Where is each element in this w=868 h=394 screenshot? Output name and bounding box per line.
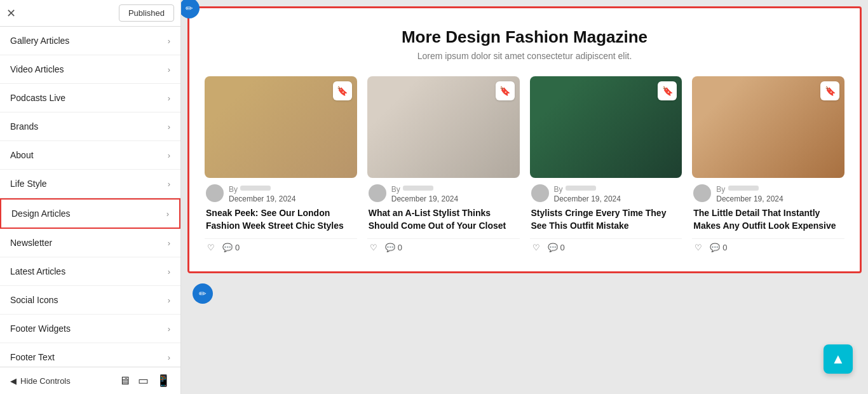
article-card-2: 🔖 By December 19, 2024 What an A-List St… bbox=[367, 76, 520, 256]
article-meta: By December 19, 2024 bbox=[205, 183, 357, 203]
sidebar-item-label: Podcasts Live bbox=[10, 93, 65, 103]
article-actions: ♡ 💬 0 bbox=[367, 238, 520, 256]
sidebar-item-latest-articles[interactable]: Latest Articles › bbox=[0, 257, 180, 286]
comment-icon: 💬 bbox=[710, 243, 720, 252]
sidebar-item-life-style[interactable]: Life Style › bbox=[0, 170, 180, 198]
article-card-3: 🔖 By December 19, 2024 Stylists Cringe E… bbox=[530, 76, 682, 256]
section-subtitle: Lorem ipsum dolor sit amet consectetur a… bbox=[205, 51, 844, 61]
author-name-placeholder bbox=[566, 186, 596, 191]
sidebar-item-footer-widgets[interactable]: Footer Widgets › bbox=[0, 315, 180, 343]
comment-count: 0 bbox=[398, 243, 402, 252]
comment-icon: 💬 bbox=[222, 243, 233, 252]
main-content: ✏ More Design Fashion Magazine Lorem ips… bbox=[181, 0, 868, 394]
sidebar-item-video-articles[interactable]: Video Articles › bbox=[0, 55, 180, 84]
bottom-pencil-icon: ✏ bbox=[199, 289, 207, 299]
scroll-top-button[interactable]: ▲ bbox=[824, 344, 853, 374]
comment-count: 0 bbox=[235, 243, 240, 252]
close-button[interactable]: ✕ bbox=[6, 6, 16, 20]
avatar bbox=[531, 184, 549, 202]
bookmark-button[interactable]: 🔖 bbox=[658, 81, 677, 100]
article-meta: By December 19, 2024 bbox=[367, 183, 520, 203]
chevron-icon: › bbox=[168, 296, 170, 305]
meta-info: By December 19, 2024 bbox=[554, 183, 621, 203]
meta-info: By December 19, 2024 bbox=[391, 183, 458, 203]
author-name-placeholder bbox=[728, 186, 759, 191]
meta-info: By December 19, 2024 bbox=[229, 183, 295, 203]
sidebar-item-newsletter[interactable]: Newsletter › bbox=[0, 229, 180, 257]
article-actions: ♡ 💬 0 bbox=[205, 238, 357, 256]
article-date: December 19, 2024 bbox=[554, 194, 621, 203]
bottom-indicator: ✏ bbox=[187, 283, 862, 304]
chevron-icon: › bbox=[168, 267, 170, 276]
chevron-icon: › bbox=[168, 65, 170, 74]
hide-controls-button[interactable]: ◀ Hide Controls bbox=[10, 376, 71, 386]
articles-grid: 🔖 By December 19, 2024 Sneak Peek: See O… bbox=[205, 76, 844, 256]
article-image: 🔖 bbox=[367, 76, 520, 178]
sidebar-item-label: Life Style bbox=[10, 179, 47, 189]
sidebar-item-podcasts-live[interactable]: Podcasts Live › bbox=[0, 84, 180, 112]
comment-count: 0 bbox=[722, 243, 727, 252]
article-image: 🔖 bbox=[530, 76, 682, 178]
sidebar-footer: ◀ Hide Controls 🖥 ▭ 📱 bbox=[0, 367, 180, 394]
sidebar: ✕ Published Gallery Articles › Video Art… bbox=[0, 0, 181, 394]
article-title: Stylists Cringe Every Time They See This… bbox=[530, 207, 682, 232]
preview-box: ✏ More Design Fashion Magazine Lorem ips… bbox=[187, 6, 862, 273]
article-card-4: 🔖 By December 19, 2024 The Little Detail… bbox=[692, 76, 844, 256]
chevron-icon: › bbox=[168, 238, 170, 248]
by-author: By bbox=[554, 183, 621, 194]
chevron-icon: › bbox=[168, 324, 170, 334]
edit-icon-button[interactable]: ✏ bbox=[181, 0, 200, 18]
like-button[interactable]: ♡ bbox=[207, 243, 215, 252]
pencil-icon: ✏ bbox=[186, 3, 193, 13]
sidebar-item-label: Social Icons bbox=[10, 295, 58, 305]
monitor-icon-button[interactable]: 🖥 bbox=[119, 374, 130, 388]
arrow-left-icon: ◀ bbox=[10, 376, 17, 386]
sidebar-item-label: Latest Articles bbox=[10, 266, 65, 276]
sidebar-item-brands[interactable]: Brands › bbox=[0, 112, 180, 141]
sidebar-item-footer-text[interactable]: Footer Text › bbox=[0, 343, 180, 367]
sidebar-item-social-icons[interactable]: Social Icons › bbox=[0, 286, 180, 315]
sidebar-item-about[interactable]: About › bbox=[0, 141, 180, 170]
bottom-edit-icon[interactable]: ✏ bbox=[193, 283, 213, 304]
article-meta: By December 19, 2024 bbox=[692, 183, 844, 203]
sidebar-item-design-articles[interactable]: Design Articles › bbox=[0, 198, 180, 229]
tablet-icon-button[interactable]: ▭ bbox=[138, 374, 149, 388]
like-button[interactable]: ♡ bbox=[695, 243, 702, 252]
author-name-placeholder bbox=[240, 186, 271, 191]
meta-info: By December 19, 2024 bbox=[716, 183, 783, 203]
article-image: 🔖 bbox=[692, 76, 844, 178]
avatar bbox=[693, 184, 711, 202]
article-date: December 19, 2024 bbox=[716, 194, 783, 203]
comment-count: 0 bbox=[560, 243, 565, 252]
sidebar-item-label: Footer Text bbox=[10, 352, 55, 362]
avatar bbox=[369, 184, 386, 202]
comment-button[interactable]: 💬 0 bbox=[385, 243, 402, 252]
comment-button[interactable]: 💬 0 bbox=[222, 243, 240, 252]
by-author: By bbox=[391, 183, 458, 194]
bookmark-button[interactable]: 🔖 bbox=[496, 81, 515, 100]
article-card-1: 🔖 By December 19, 2024 Sneak Peek: See O… bbox=[205, 76, 357, 256]
article-actions: ♡ 💬 0 bbox=[530, 238, 682, 256]
published-button[interactable]: Published bbox=[119, 4, 174, 22]
hide-controls-label: Hide Controls bbox=[20, 376, 71, 386]
sidebar-item-label: Design Articles bbox=[11, 208, 71, 219]
by-author: By bbox=[716, 183, 783, 194]
comment-icon: 💬 bbox=[385, 243, 395, 252]
like-button[interactable]: ♡ bbox=[370, 243, 377, 252]
sidebar-list: Gallery Articles › Video Articles › Podc… bbox=[0, 27, 180, 367]
phone-icon-button[interactable]: 📱 bbox=[156, 374, 170, 388]
chevron-icon: › bbox=[168, 122, 170, 132]
sidebar-item-label: Brands bbox=[10, 121, 38, 132]
chevron-icon: › bbox=[166, 209, 169, 219]
author-name-placeholder bbox=[403, 186, 433, 191]
comment-button[interactable]: 💬 0 bbox=[548, 243, 565, 252]
article-actions: ♡ 💬 0 bbox=[692, 238, 844, 256]
bookmark-button[interactable]: 🔖 bbox=[333, 81, 352, 100]
sidebar-item-gallery-articles[interactable]: Gallery Articles › bbox=[0, 27, 180, 55]
sidebar-header: ✕ Published bbox=[0, 0, 180, 27]
article-meta: By December 19, 2024 bbox=[530, 183, 682, 203]
comment-button[interactable]: 💬 0 bbox=[710, 243, 727, 252]
like-button[interactable]: ♡ bbox=[532, 243, 540, 252]
by-author: By bbox=[229, 183, 295, 194]
bookmark-button[interactable]: 🔖 bbox=[820, 81, 839, 100]
